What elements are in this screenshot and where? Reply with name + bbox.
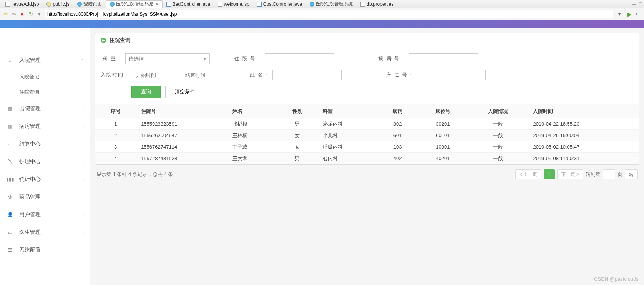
bed-input[interactable] (417, 70, 486, 80)
sidebar-item[interactable]: 〽护理中心‹ (0, 153, 90, 171)
sidebar-item[interactable]: ⌂入院管理˅ (0, 51, 90, 69)
stop-button[interactable]: ■ (19, 11, 25, 17)
table-cell: 2019-04-26 15:00:04 (528, 130, 639, 141)
close-icon[interactable]: ✕ (155, 2, 158, 6)
editor-tab[interactable]: 医院住院管理系统✕ (106, 0, 163, 8)
sidebar-item[interactable]: ⚗药品管理‹ (0, 188, 90, 206)
window-controls: — ❐ (632, 2, 642, 7)
calendar-icon: ▦ (6, 105, 14, 113)
table-row[interactable]: 11555923323591张檔搂男泌尿内科30230201一般2019-04-… (95, 118, 639, 130)
jump-input[interactable] (603, 169, 615, 179)
table-cell: 张檔搂 (227, 118, 277, 130)
ward-label: 病 房 号： (378, 55, 406, 62)
nav-dropdown-icon[interactable]: ▾ (36, 11, 42, 17)
prev-page-button[interactable]: < 上一页 (515, 169, 541, 179)
table-cell: 王梓桐 (227, 130, 277, 141)
query-button[interactable]: 查询 (131, 86, 161, 98)
ward-input[interactable] (409, 53, 478, 64)
minimize-icon[interactable]: — (632, 2, 636, 7)
editor-tab[interactable]: welcome.jsp (214, 0, 253, 8)
sidebar-item-label: 出院管理 (19, 105, 82, 112)
editor-tab[interactable]: 医院住院管理系统 (306, 0, 357, 8)
table-cell: 2019-04-22 16:55:23 (528, 118, 639, 130)
main-content: ▶ 住院查询 科 室： ▼ 住 院 号： 病 房 号： (90, 28, 644, 285)
sidebar-item[interactable]: ▦出院管理‹ (0, 100, 90, 118)
browser-menu-icon[interactable]: ▾ (636, 12, 642, 16)
sidebar-item[interactable]: ☰系统配置 (0, 241, 90, 259)
table-cell: 一般 (468, 130, 528, 141)
sidebar-item-label: 药品管理 (19, 194, 82, 200)
editor-tab[interactable]: db.properties (357, 0, 397, 8)
name-input[interactable] (272, 70, 342, 80)
table-cell: 2019-05-02 10:05:47 (528, 141, 639, 153)
forward-button[interactable]: ⇨ (11, 11, 17, 17)
column-header: 病房 (377, 104, 418, 118)
table-cell: 103 (377, 141, 418, 153)
tab-label: db.properties (367, 2, 393, 7)
panel-header: ▶ 住院查询 (95, 33, 639, 47)
table-cell: 30201 (418, 118, 468, 130)
dept-select[interactable] (125, 53, 210, 64)
editor-tab[interactable]: 登陆页面 (73, 0, 106, 8)
settings-icon: ☰ (6, 246, 14, 254)
go-button[interactable]: ▶ (626, 11, 633, 17)
table-cell: 601 (377, 130, 418, 141)
sidebar-item-label: 护理中心 (19, 158, 82, 165)
start-time-input[interactable] (133, 70, 174, 80)
app-gradient-header (0, 20, 644, 28)
table-cell: 1 (95, 118, 136, 130)
range-dash: - (177, 72, 179, 78)
user-icon: 👤 (6, 211, 14, 219)
chevron-icon: ˅ (81, 58, 84, 63)
sidebar-item[interactable]: 👤用户管理‹ (0, 206, 90, 224)
page-unit: 页 (617, 171, 622, 178)
sidebar-item[interactable]: ⬚结算中心‹ (0, 135, 90, 153)
sidebar-sub-item[interactable]: 住院查询 (0, 85, 90, 100)
table-row[interactable]: 21556262004947王梓桐女小儿科60160101一般2019-04-2… (95, 130, 639, 141)
page-1-button[interactable]: 1 (544, 169, 555, 179)
column-header: 床位号 (418, 104, 468, 118)
clear-button[interactable]: 清空条件 (165, 86, 204, 98)
bed-label: 床 位 号： (386, 71, 413, 78)
sidebar-item[interactable]: ▭医生管理‹ (0, 224, 90, 241)
sidebar-item-label: 统计中心 (19, 176, 82, 183)
restore-icon[interactable]: ❐ (639, 2, 642, 7)
table-cell: 一般 (468, 118, 528, 130)
name-label: 姓 名： (248, 71, 269, 78)
next-page-button[interactable]: 下一页 > (557, 169, 583, 179)
end-time-input[interactable] (182, 70, 223, 80)
column-header: 住院号 (136, 104, 227, 118)
chevron-icon: ‹ (82, 230, 84, 235)
back-button[interactable]: ⇦ (2, 11, 8, 17)
pagination: < 上一页 1 下一页 > 转到第 页 转 (515, 169, 638, 179)
editor-tab[interactable]: public.js (43, 0, 73, 8)
sidebar-item[interactable]: ▥病房管理‹ (0, 118, 90, 135)
file-icon (110, 2, 115, 7)
file-icon (166, 2, 171, 7)
editor-tab[interactable]: BedController.java (163, 0, 214, 8)
table-cell: 1557287431528 (136, 153, 227, 164)
sidebar-item[interactable]: ▮▮▮统计中心‹ (0, 171, 90, 188)
file-icon (77, 2, 82, 7)
chevron-icon: ‹ (82, 106, 84, 111)
sidebar-sub-item[interactable]: 入院登记 (0, 69, 90, 85)
jump-button[interactable]: 转 (625, 169, 638, 179)
editor-tab[interactable]: CostController.java (253, 0, 306, 8)
table-cell: 泌尿内科 (317, 118, 377, 130)
refresh-button[interactable]: ↻ (28, 11, 34, 17)
table-cell: 60101 (418, 130, 468, 141)
building-icon: ▥ (6, 123, 14, 130)
hospno-input[interactable] (265, 53, 334, 64)
table-row[interactable]: 31556762747114丁子或女呼吸内科10310301一般2019-05-… (95, 141, 639, 153)
table-cell: 4 (95, 153, 136, 164)
table-cell: 男 (277, 153, 317, 164)
table-row[interactable]: 41557287431528王大拿男心内科40240201一般2019-05-0… (95, 153, 639, 164)
tab-label: 登陆页面 (83, 1, 102, 7)
table-cell: 10301 (418, 141, 468, 153)
editor-tab[interactable]: jieyueAdd.jsp (2, 0, 43, 8)
url-dropdown-icon[interactable]: ▾ (616, 10, 623, 18)
column-header: 入院时间 (528, 104, 639, 118)
url-input[interactable] (45, 10, 613, 18)
table-cell: 一般 (468, 141, 528, 153)
sidebar-item-label: 用户管理 (19, 211, 82, 218)
